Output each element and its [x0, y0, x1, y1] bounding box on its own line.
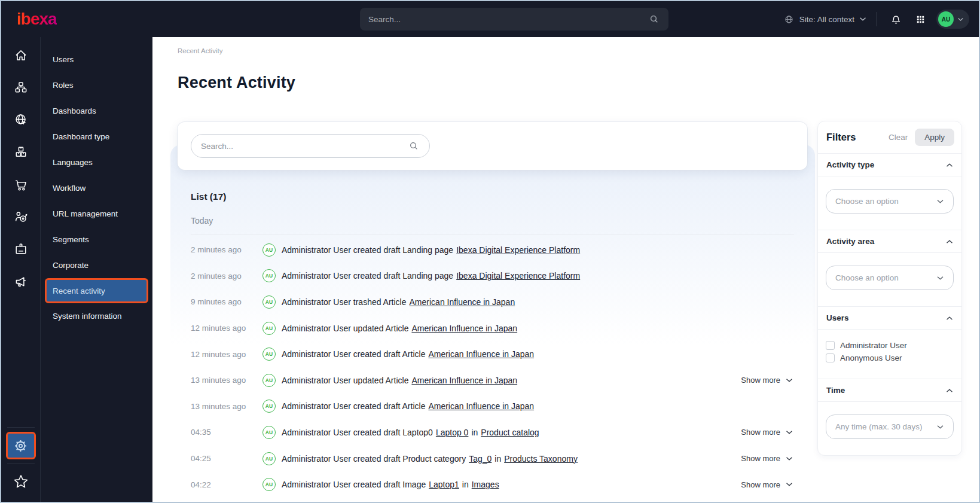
location-link[interactable]: Product catalog [481, 428, 539, 437]
show-more-button[interactable]: Show more [741, 454, 794, 463]
activity-row: 12 minutes ago AU Administrator User cre… [191, 341, 794, 367]
nav-campaign[interactable] [7, 266, 35, 298]
user-avatar: AU [262, 452, 276, 465]
show-more-button[interactable]: Show more [741, 376, 794, 385]
nav-content-tree[interactable] [7, 72, 35, 104]
global-search-input[interactable] [368, 15, 648, 24]
nav-site[interactable] [7, 104, 35, 136]
activity-time: 13 minutes ago [191, 376, 262, 385]
app-grid-button[interactable] [912, 11, 929, 28]
chevron-down-icon [786, 456, 793, 461]
clear-filters-button[interactable]: Clear [889, 133, 908, 142]
chevron-up-icon [946, 388, 953, 393]
site-globe-icon [13, 112, 29, 128]
checkbox[interactable] [826, 353, 835, 362]
filter-section-users: Users Administrator User Anonymous User [818, 306, 961, 379]
filter-section-activity-type: Activity type Choose an option [818, 153, 961, 230]
location-link[interactable]: Products Taxonomy [504, 454, 578, 464]
filter-section-activity-area: Activity area Choose an option [818, 230, 961, 306]
nav-corporate[interactable] [7, 233, 35, 266]
global-search[interactable] [360, 8, 668, 31]
nav-commerce[interactable] [7, 169, 35, 201]
activity-time: 04:35 [191, 428, 262, 437]
nav-product-catalog[interactable] [7, 136, 35, 169]
content-link[interactable]: American Influence in Japan [411, 376, 517, 385]
time-select[interactable]: Any time (max. 30 days) [826, 414, 954, 439]
activity-area-select[interactable]: Choose an option [826, 266, 954, 290]
activity-time: 9 minutes ago [191, 297, 262, 306]
user-menu-button[interactable]: AU [936, 10, 969, 29]
activity-time: 04:22 [191, 480, 262, 489]
sidebar-item-system-information[interactable]: System information [45, 303, 148, 329]
person-target-icon [13, 209, 29, 225]
show-more-button[interactable]: Show more [741, 480, 794, 489]
activity-search[interactable] [191, 134, 430, 158]
sidebar-item-languages[interactable]: Languages [45, 150, 148, 175]
activity-row: 04:22 AU Administrator User created draf… [191, 471, 794, 498]
breadcrumb[interactable]: Recent Activity [178, 47, 222, 54]
avatar: AU [938, 11, 954, 27]
site-context-selector[interactable]: Site: All context [783, 14, 866, 25]
activity-description: Administrator User updated ArticleAmeric… [282, 376, 517, 385]
filter-section-header[interactable]: Time [818, 379, 961, 401]
nav-home[interactable] [7, 39, 35, 72]
filter-section-header[interactable]: Activity type [818, 154, 961, 176]
nav-bookmarks[interactable] [7, 468, 35, 495]
activity-description: Administrator User trashed ArticleAmeric… [282, 297, 515, 307]
nav-personalization[interactable] [7, 201, 35, 233]
chevron-down-icon [786, 430, 793, 435]
chevron-down-icon [936, 199, 944, 204]
checkbox-administrator-user[interactable]: Administrator User [826, 339, 954, 352]
chevron-down-icon [859, 17, 866, 22]
show-more-button[interactable]: Show more [741, 428, 794, 437]
sidebar-item-dashboards[interactable]: Dashboards [45, 98, 148, 124]
content-link[interactable]: American Influence in Japan [428, 349, 534, 359]
topbar-right: Site: All context [783, 10, 969, 29]
activity-time: 2 minutes ago [191, 272, 262, 281]
sidebar-item-users[interactable]: Users [45, 47, 148, 72]
sidebar-item-corporate[interactable]: Corporate [45, 252, 148, 278]
filter-section-header[interactable]: Activity area [818, 230, 961, 252]
user-avatar: AU [262, 400, 276, 413]
list-title: List (17) [191, 191, 794, 202]
magnifier-icon[interactable] [408, 140, 420, 152]
filter-section-header[interactable]: Users [818, 307, 961, 329]
activity-time: 04:25 [191, 454, 262, 463]
filters-panel: Filters Clear Apply Activity type Choose… [817, 121, 962, 456]
sidebar-item-segments[interactable]: Segments [45, 227, 148, 252]
content-link[interactable]: American Influence in Japan [410, 297, 515, 307]
chevron-down-icon [786, 482, 793, 487]
activity-search-card [178, 122, 807, 170]
activity-type-select[interactable]: Choose an option [826, 189, 954, 214]
sidebar-item-recent-activity[interactable]: Recent activity [45, 278, 148, 303]
content-link[interactable]: Ibexa Digital Experience Platform [456, 245, 580, 255]
app-grid-icon [915, 14, 926, 25]
apply-filters-button[interactable]: Apply [915, 129, 954, 146]
activity-time: 12 minutes ago [191, 324, 262, 333]
checkbox-anonymous-user[interactable]: Anonymous User [826, 352, 954, 364]
user-avatar: AU [262, 295, 276, 309]
user-avatar: AU [262, 269, 276, 282]
sidebar-item-dashboard-type[interactable]: Dashboard type [45, 124, 148, 150]
sidebar-item-url-management[interactable]: URL management [45, 201, 148, 227]
rail-divider [7, 427, 35, 428]
nav-settings-active[interactable] [6, 432, 36, 459]
content-link[interactable]: American Influence in Japan [411, 324, 517, 333]
activity-description: Administrator User created draft Article… [282, 401, 534, 411]
icon-rail [1, 37, 41, 502]
location-link[interactable]: Images [472, 480, 499, 489]
activity-time: 2 minutes ago [191, 245, 262, 254]
search-icon[interactable] [648, 13, 660, 25]
rail-divider [7, 464, 35, 464]
content-link[interactable]: American Influence in Japan [428, 401, 534, 411]
globe-icon [783, 14, 795, 25]
content-link[interactable]: Laptop1 [429, 480, 459, 489]
content-link[interactable]: Laptop 0 [436, 428, 469, 437]
activity-search-input[interactable] [201, 142, 408, 151]
sidebar-item-roles[interactable]: Roles [45, 72, 148, 98]
content-link[interactable]: Tag_0 [469, 454, 491, 464]
notifications-button[interactable] [887, 11, 904, 28]
checkbox[interactable] [826, 341, 835, 350]
sidebar-item-workflow[interactable]: Workflow [45, 175, 148, 201]
content-link[interactable]: Ibexa Digital Experience Platform [456, 271, 580, 281]
